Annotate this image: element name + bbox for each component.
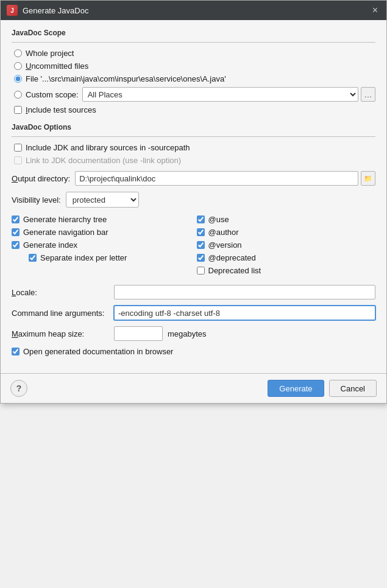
heap-underline: M [12, 329, 18, 338]
sub-checkbox-row: Separate index per letter @deprecated De… [12, 253, 375, 275]
scope-radio-group: Whole project Uncommitted files File '..… [14, 49, 375, 102]
generate-navigation-bar-label[interactable]: Generate navigation bar [23, 228, 108, 237]
link-jdk-docs-item: Link to JDK documentation (use -link opt… [14, 156, 375, 165]
scope-browse-button[interactable]: … [361, 87, 375, 102]
generate-hierarchy-tree-item: Generate hierarchy tree [12, 215, 191, 224]
radio-item-uncommitted: Uncommitted files [14, 61, 375, 71]
separate-index-checkbox[interactable] [29, 254, 37, 262]
help-button[interactable]: ? [10, 380, 27, 397]
deprecated-list-checkbox[interactable] [197, 267, 205, 275]
custom-scope-select[interactable]: All Places Project Files Module Files [82, 87, 358, 102]
version-checkbox[interactable] [197, 241, 205, 249]
separate-index-label[interactable]: Separate index per letter [40, 253, 127, 262]
cmd-row: Command line arguments: [12, 306, 375, 320]
output-dir-row: Output directory: 📁 [12, 171, 375, 186]
author-item: @author [197, 228, 376, 237]
author-label[interactable]: @author [208, 228, 239, 237]
include-test-sources-label[interactable]: Include test sources [26, 105, 96, 114]
title-bar-left: J Generate JavaDoc [7, 5, 88, 16]
options-section-label: JavaDoc Options [12, 123, 375, 131]
visibility-label: Visibility level: [12, 195, 61, 205]
scope-browse-icon: … [364, 90, 372, 99]
bottom-section: Locale: Command line arguments: Maximum … [12, 285, 375, 356]
link-jdk-docs-label: Link to JDK documentation (use -link opt… [26, 156, 181, 165]
title-bar: J Generate JavaDoc × [1, 1, 386, 20]
radio-custom-scope[interactable] [14, 91, 22, 99]
include-test-sources-checkbox[interactable] [14, 106, 22, 114]
generate-index-checkbox[interactable] [12, 241, 20, 249]
dialog-footer: ? Generate Cancel [1, 373, 386, 403]
radio-item-custom-scope: Custom scope: All Places Project Files M… [14, 87, 375, 102]
deprecated-checkbox[interactable] [197, 254, 205, 262]
generate-hierarchy-tree-label[interactable]: Generate hierarchy tree [23, 215, 107, 224]
include-jdk-sources-checkbox[interactable] [14, 144, 22, 152]
include-rest: nclude test sources [28, 105, 96, 114]
scope-divider [12, 42, 375, 43]
use-checkbox[interactable] [197, 215, 205, 223]
radio-file-label[interactable]: File '...\src\main\java\com\inspur\esa\s… [26, 74, 226, 83]
include-jdk-sources-item: Include JDK and library sources in -sour… [14, 143, 375, 152]
radio-item-file: File '...\src\main\java\com\inspur\esa\s… [14, 74, 375, 83]
megabytes-label: megabytes [168, 329, 207, 338]
open-browser-label[interactable]: Open generated documentation in browser [23, 347, 173, 356]
heap-rest: aximum heap size: [18, 329, 84, 338]
dialog-title: Generate JavaDoc [23, 6, 88, 15]
output-dir-browse-button[interactable]: 📁 [361, 171, 375, 186]
deprecated-list-label[interactable]: Deprecated list [208, 266, 261, 275]
radio-item-whole-project: Whole project [14, 49, 375, 58]
visibility-row: Visibility level: public protected packa… [12, 192, 375, 208]
use-item: @use [197, 215, 376, 224]
locale-input[interactable] [114, 285, 375, 299]
output-dir-browse-icon: 📁 [364, 175, 372, 183]
output-dir-label: Output directory: [12, 174, 70, 183]
generate-index-label[interactable]: Generate index [23, 240, 77, 250]
heap-row: Maximum heap size: megabytes [12, 326, 375, 341]
version-label[interactable]: @version [208, 240, 242, 250]
deprecated-list-item: Deprecated list [197, 266, 376, 275]
radio-custom-scope-label[interactable]: Custom scope: [26, 90, 79, 99]
cmd-input[interactable] [114, 306, 375, 320]
javadoc-scope-section: JavaDoc Scope Whole project Uncommitted … [12, 29, 375, 114]
open-browser-row: Open generated documentation in browser [12, 347, 375, 356]
output-dir-input[interactable] [75, 171, 358, 186]
radio-file[interactable] [14, 75, 22, 83]
separate-index-item: Separate index per letter [29, 253, 191, 262]
close-button[interactable]: × [370, 4, 380, 16]
two-col-checkboxes: Generate hierarchy tree @use Generate na… [12, 215, 375, 250]
generate-navigation-bar-checkbox[interactable] [12, 228, 20, 236]
output-dir-wrapper: 📁 [75, 171, 375, 186]
options-divider [12, 136, 375, 137]
include-jdk-sources-label[interactable]: Include JDK and library sources in -sour… [26, 143, 190, 152]
generate-hierarchy-tree-checkbox[interactable] [12, 215, 20, 223]
options-checkbox-group: Include JDK and library sources in -sour… [14, 143, 375, 165]
dialog-icon: J [7, 5, 18, 16]
scope-section-label: JavaDoc Scope [12, 29, 375, 37]
open-browser-label-text: Open generated documentation in browser [23, 347, 173, 356]
radio-whole-project[interactable] [14, 49, 22, 57]
generate-index-item: Generate index [12, 240, 191, 250]
include-test-sources-item: Include test sources [14, 105, 375, 114]
footer-buttons: Generate Cancel [268, 380, 377, 397]
scope-select-wrapper: All Places Project Files Module Files … [82, 87, 375, 102]
visibility-select[interactable]: public protected package private [66, 192, 139, 208]
generate-javadoc-dialog: J Generate JavaDoc × JavaDoc Scope Whole… [0, 0, 387, 404]
author-checkbox[interactable] [197, 228, 205, 236]
uncommitted-underline: U [26, 61, 31, 71]
radio-uncommitted[interactable] [14, 62, 22, 70]
generate-navigation-bar-item: Generate navigation bar [12, 228, 191, 237]
heap-label: Maximum heap size: [12, 329, 109, 338]
cancel-button[interactable]: Cancel [329, 380, 377, 397]
deprecated-label[interactable]: @deprecated [208, 253, 256, 262]
deprecated-item: @deprecated [197, 253, 376, 262]
radio-whole-project-label[interactable]: Whole project [26, 49, 74, 58]
link-jdk-docs-checkbox[interactable] [14, 156, 22, 164]
version-item: @version [197, 240, 376, 250]
javadoc-options-section: JavaDoc Options Include JDK and library … [12, 123, 375, 275]
locale-row: Locale: [12, 285, 375, 299]
radio-uncommitted-label[interactable]: Uncommitted files [26, 61, 88, 71]
generate-button[interactable]: Generate [268, 380, 324, 397]
uncommitted-rest: ncommitted files [31, 61, 88, 71]
heap-input[interactable] [114, 326, 163, 341]
use-label[interactable]: @use [208, 215, 229, 224]
open-browser-checkbox[interactable] [12, 348, 20, 355]
